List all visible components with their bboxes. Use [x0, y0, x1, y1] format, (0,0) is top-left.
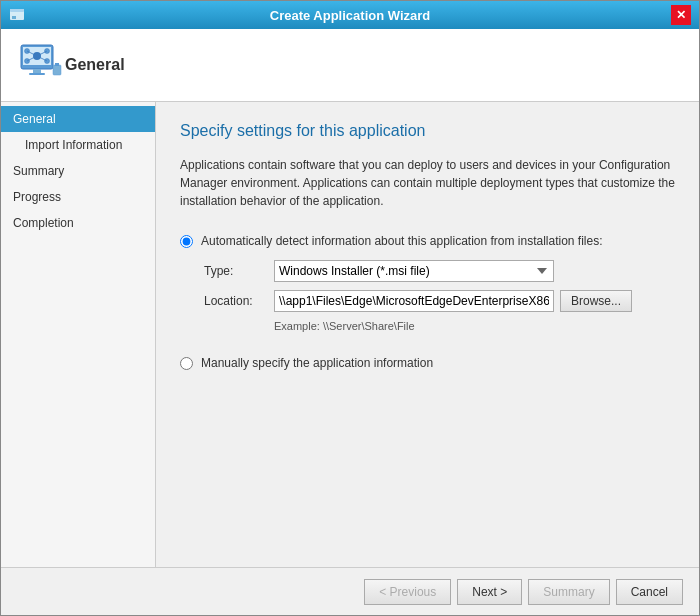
type-input-group: Windows Installer (*.msi file)Windows ap… — [274, 260, 675, 282]
window-icon — [9, 7, 25, 23]
next-button[interactable]: Next > — [457, 579, 522, 605]
location-input-group: Browse... — [274, 290, 675, 312]
svg-rect-1 — [10, 9, 24, 12]
manual-option: Manually specify the application informa… — [180, 356, 675, 370]
previous-button[interactable]: < Previous — [364, 579, 451, 605]
auto-detect-section: Automatically detect information about t… — [180, 234, 675, 332]
type-label: Type: — [204, 264, 274, 278]
header-area: General — [1, 29, 699, 102]
location-input[interactable] — [274, 290, 554, 312]
sidebar-item-completion[interactable]: Completion — [1, 210, 155, 236]
auto-detect-option: Automatically detect information about t… — [180, 234, 675, 248]
auto-detect-fields: Type: Windows Installer (*.msi file)Wind… — [204, 260, 675, 332]
type-select[interactable]: Windows Installer (*.msi file)Windows ap… — [274, 260, 554, 282]
title-bar: Create Application Wizard ✕ — [1, 1, 699, 29]
body: General Import Information Summary Progr… — [1, 102, 699, 567]
type-row: Type: Windows Installer (*.msi file)Wind… — [204, 260, 675, 282]
example-text: Example: \\Server\Share\File — [274, 320, 675, 332]
header-title: General — [65, 56, 125, 74]
auto-detect-radio[interactable] — [180, 235, 193, 248]
header-icon — [17, 41, 65, 89]
footer: < Previous Next > Summary Cancel — [1, 567, 699, 615]
location-row: Location: Browse... — [204, 290, 675, 312]
application-wizard-window: Create Application Wizard ✕ — [0, 0, 700, 616]
description-text: Applications contain software that you c… — [180, 156, 675, 210]
window-title: Create Application Wizard — [29, 8, 671, 23]
location-label: Location: — [204, 294, 274, 308]
sidebar-item-summary[interactable]: Summary — [1, 158, 155, 184]
main-title: Specify settings for this application — [180, 122, 675, 140]
main-content: Specify settings for this application Ap… — [156, 102, 699, 567]
svg-rect-15 — [29, 73, 45, 75]
cancel-button[interactable]: Cancel — [616, 579, 683, 605]
sidebar: General Import Information Summary Progr… — [1, 102, 156, 567]
browse-button[interactable]: Browse... — [560, 290, 632, 312]
auto-detect-label[interactable]: Automatically detect information about t… — [201, 234, 603, 248]
svg-rect-16 — [53, 65, 61, 75]
svg-rect-2 — [12, 16, 16, 19]
svg-rect-17 — [55, 63, 59, 66]
sidebar-item-import-information[interactable]: Import Information — [1, 132, 155, 158]
close-button[interactable]: ✕ — [671, 5, 691, 25]
summary-button[interactable]: Summary — [528, 579, 609, 605]
sidebar-item-progress[interactable]: Progress — [1, 184, 155, 210]
manual-radio[interactable] — [180, 357, 193, 370]
svg-rect-14 — [33, 69, 41, 73]
sidebar-item-general[interactable]: General — [1, 106, 155, 132]
manual-label[interactable]: Manually specify the application informa… — [201, 356, 433, 370]
